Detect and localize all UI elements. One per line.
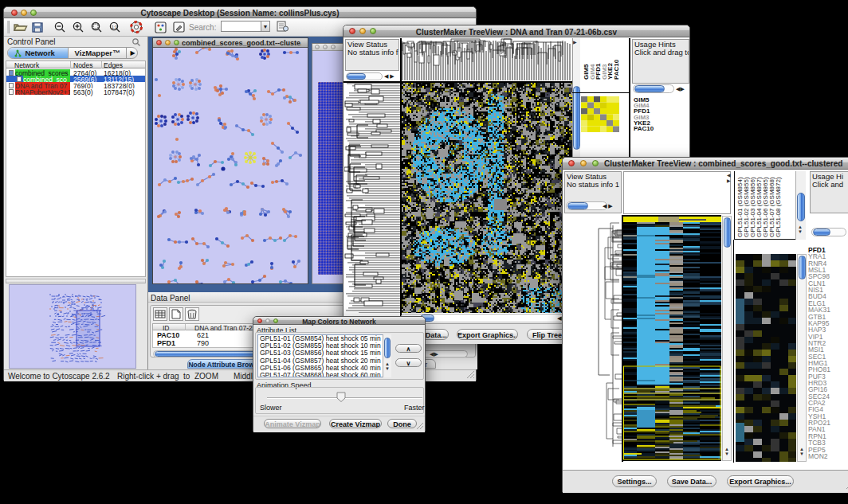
svg-text:1:1: 1:1 [112,25,118,29]
svg-text:GPL51-08 (GSM872): GPL51-08 (GSM872) [775,177,782,237]
svg-text:PAC10: PAC10 [613,59,620,80]
